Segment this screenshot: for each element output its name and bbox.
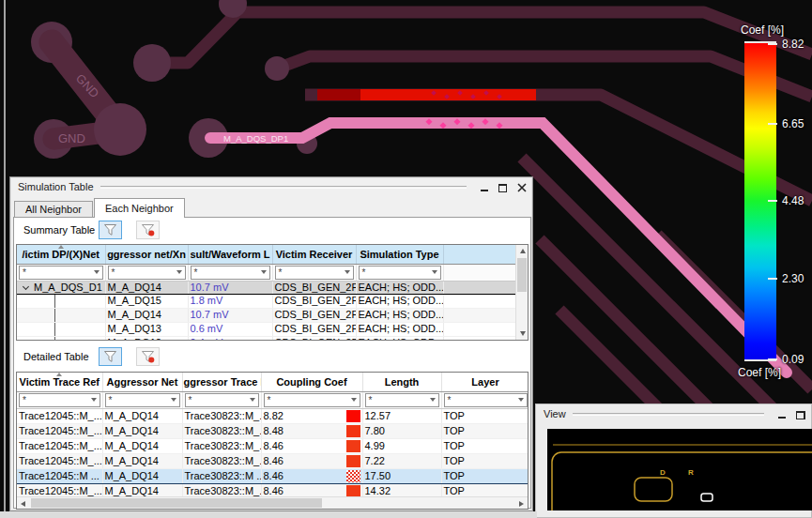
detailed-cell-aggressor-net[interactable]: M_A_DQ14 bbox=[102, 453, 182, 468]
detailed-cell-layer[interactable]: TOP bbox=[441, 423, 529, 438]
summary-cell-simtype[interactable]: EACH; HS; ODD... bbox=[356, 281, 443, 294]
summary-cell-victim[interactable] bbox=[17, 308, 105, 322]
detailed-filter-button[interactable] bbox=[99, 347, 122, 366]
summary-cell-receiver[interactable]: CDS_BI_GEN_2P... bbox=[272, 308, 356, 322]
scroll-thumb[interactable] bbox=[517, 258, 527, 292]
scroll-left-button[interactable] bbox=[17, 497, 29, 510]
summary-filter-button[interactable] bbox=[99, 221, 122, 239]
detailed-column-header[interactable]: ggressor Trace R bbox=[182, 373, 261, 391]
summary-column-header[interactable]: Simulation Type bbox=[356, 245, 443, 264]
detailed-cell-coupling-coef[interactable]: 8.82 bbox=[261, 408, 362, 423]
detailed-cell-aggressor-net[interactable]: M_A_DQ14 bbox=[102, 468, 182, 483]
detailed-cell-length[interactable]: 7.80 bbox=[362, 423, 441, 438]
detailed-cell-layer[interactable]: TOP bbox=[441, 453, 529, 468]
summary-cell-aggressor[interactable]: M_A_DQ14 bbox=[105, 281, 188, 294]
summary-cell-victim[interactable] bbox=[17, 336, 105, 341]
summary-cell-receiver[interactable]: CDS_BI_GEN_2P... bbox=[272, 322, 356, 336]
scroll-thumb[interactable] bbox=[31, 498, 322, 508]
summary-column-header[interactable]: Victim Receiver bbox=[272, 245, 356, 264]
summary-cell-result[interactable]: 10.7 mV bbox=[188, 308, 272, 322]
summary-cell-simtype[interactable]: EACH; HS; ODD... bbox=[356, 322, 443, 336]
tab-all-neighbor[interactable]: All Neighbor bbox=[14, 201, 93, 218]
minimize-button[interactable] bbox=[476, 180, 492, 194]
detailed-cell-victim-trace[interactable]: Trace12045::M_... bbox=[17, 408, 102, 423]
restore-button[interactable] bbox=[792, 407, 808, 421]
detailed-cell-layer[interactable]: TOP bbox=[441, 468, 529, 483]
summary-cell-simtype[interactable]: EACH; HS; ODD... bbox=[356, 294, 443, 308]
detailed-column-header[interactable]: Layer bbox=[441, 373, 529, 391]
detailed-cell-victim-trace[interactable]: Trace12045::M_... bbox=[17, 453, 102, 468]
close-button[interactable] bbox=[513, 180, 529, 194]
simulation-table-titlebar[interactable]: Simulation Table bbox=[10, 177, 532, 196]
column-filter-combobox[interactable]: * bbox=[105, 393, 180, 407]
detailed-cell-aggressor-net[interactable]: M_A_DQ14 bbox=[102, 423, 182, 438]
detailed-cell-aggressor-net[interactable]: M_A_DQ14 bbox=[102, 408, 182, 423]
summary-clear-filter-button[interactable] bbox=[136, 221, 160, 239]
column-filter-combobox[interactable]: * bbox=[19, 266, 103, 280]
summary-row[interactable]: M_A_DQ1410.7 mVCDS_BI_GEN_2P...EACH; HS;… bbox=[17, 308, 517, 322]
scroll-right-button[interactable] bbox=[515, 497, 528, 510]
column-filter-combobox[interactable]: * bbox=[191, 266, 270, 280]
detailed-cell-aggressor-net[interactable]: M_A_DQ14 bbox=[102, 438, 182, 453]
detailed-cell-aggressor-trace[interactable]: Trace30823::M_... bbox=[182, 438, 261, 453]
view-canvas[interactable]: D R bbox=[547, 429, 812, 510]
summary-cell-victim[interactable] bbox=[17, 322, 105, 336]
summary-cell-aggressor[interactable]: M_A_DQ15 bbox=[105, 294, 188, 308]
column-filter-combobox[interactable]: * bbox=[19, 393, 100, 407]
summary-row[interactable]: M_A_DQ120.4 mVCDS_BI_GEN_2PEACH; HS; ODD bbox=[17, 336, 517, 341]
summary-cell-result[interactable]: 10.7 mV bbox=[188, 281, 272, 294]
pcb-trace-red-aggressor[interactable] bbox=[317, 90, 536, 99]
detailed-column-header[interactable]: Length bbox=[362, 373, 441, 391]
detailed-cell-length[interactable]: 7.22 bbox=[362, 453, 441, 468]
detailed-row[interactable]: Trace12045::M_...M_A_DQ14Trace30823::M_.… bbox=[17, 423, 529, 438]
detailed-cell-victim-trace[interactable]: Trace12045::M_... bbox=[17, 423, 102, 438]
detailed-cell-length[interactable]: 4.99 bbox=[362, 438, 441, 453]
minimize-button[interactable] bbox=[774, 407, 789, 421]
detailed-cell-aggressor-trace[interactable]: Trace30823::M ... bbox=[182, 468, 261, 483]
column-filter-combobox[interactable]: * bbox=[275, 266, 354, 280]
detailed-cell-aggressor-trace[interactable]: Trace30823::M_... bbox=[182, 423, 261, 438]
view-panel-titlebar[interactable]: View bbox=[536, 404, 811, 423]
detailed-cell-aggressor-trace[interactable]: Trace30823::M_... bbox=[182, 408, 261, 423]
detailed-row[interactable]: Trace12045::M ...M_A_DQ14Trace30823::M .… bbox=[17, 468, 529, 483]
detailed-cell-coupling-coef[interactable]: 8.46 bbox=[261, 468, 362, 483]
summary-cell-aggressor[interactable]: M_A_DQ13 bbox=[105, 322, 188, 336]
detailed-cell-layer[interactable]: TOP bbox=[441, 438, 529, 453]
summary-cell-victim[interactable] bbox=[17, 294, 105, 308]
summary-vertical-scrollbar[interactable] bbox=[515, 245, 528, 340]
column-filter-combobox[interactable]: * bbox=[359, 266, 441, 280]
detailed-column-header[interactable]: Victim Trace Ref bbox=[17, 373, 102, 391]
detailed-clear-filter-button[interactable] bbox=[136, 347, 160, 366]
detailed-row[interactable]: Trace12045::M_...M_A_DQ14Trace30823::M_.… bbox=[17, 453, 529, 468]
summary-cell-result[interactable]: 1.8 mV bbox=[188, 294, 272, 308]
summary-cell-result[interactable]: 0.6 mV bbox=[188, 322, 272, 336]
detailed-cell-length[interactable]: 17.50 bbox=[362, 468, 441, 483]
detailed-column-header[interactable]: Aggressor Net bbox=[102, 373, 182, 391]
detailed-row[interactable]: Trace12045::M_...M_A_DQ14Trace30823::M_.… bbox=[17, 438, 529, 453]
detailed-horizontal-scrollbar[interactable] bbox=[17, 496, 528, 509]
scroll-down-button[interactable] bbox=[516, 328, 529, 340]
detailed-cell-coupling-coef[interactable]: 8.46 bbox=[261, 438, 362, 453]
summary-column-header[interactable]: /ictim DP/(X)Net bbox=[17, 245, 105, 264]
summary-column-header[interactable]: sult/Waveform L bbox=[188, 245, 272, 264]
summary-cell-aggressor[interactable]: M_A_DQ12 bbox=[105, 336, 188, 341]
summary-column-header[interactable]: ggressor net/Xn bbox=[105, 245, 188, 264]
summary-row[interactable]: M_A_DQ130.6 mVCDS_BI_GEN_2P...EACH; HS; … bbox=[17, 322, 517, 336]
detailed-column-header[interactable]: Coupling Coef bbox=[261, 373, 362, 391]
summary-cell-simtype[interactable]: EACH; HS; ODD bbox=[356, 336, 443, 341]
detailed-cell-aggressor-trace[interactable]: Trace30823::M_... bbox=[182, 453, 261, 468]
column-filter-combobox[interactable]: * bbox=[108, 266, 186, 280]
column-filter-combobox[interactable]: * bbox=[444, 393, 528, 407]
detailed-cell-layer[interactable]: TOP bbox=[441, 408, 529, 423]
summary-cell-receiver[interactable]: CDS_BI_GEN_2P... bbox=[272, 294, 356, 308]
column-filter-combobox[interactable]: * bbox=[185, 393, 259, 407]
detailed-row[interactable]: Trace12045::M_...M_A_DQ14Trace30823::M_.… bbox=[17, 408, 529, 423]
summary-cell-aggressor[interactable]: M_A_DQ14 bbox=[105, 308, 188, 322]
maximize-button[interactable] bbox=[495, 180, 511, 194]
detailed-cell-victim-trace[interactable]: Trace12045::M_... bbox=[17, 438, 102, 453]
summary-cell-simtype[interactable]: EACH; HS; ODD... bbox=[356, 308, 443, 322]
summary-row[interactable]: M_A_DQS_D1M_A_DQ1410.7 mVCDS_BI_GEN_2P..… bbox=[17, 281, 517, 294]
summary-row[interactable]: M_A_DQ151.8 mVCDS_BI_GEN_2P...EACH; HS; … bbox=[17, 294, 517, 308]
column-filter-combobox[interactable]: * bbox=[264, 393, 360, 407]
column-filter-combobox[interactable]: * bbox=[365, 393, 439, 407]
